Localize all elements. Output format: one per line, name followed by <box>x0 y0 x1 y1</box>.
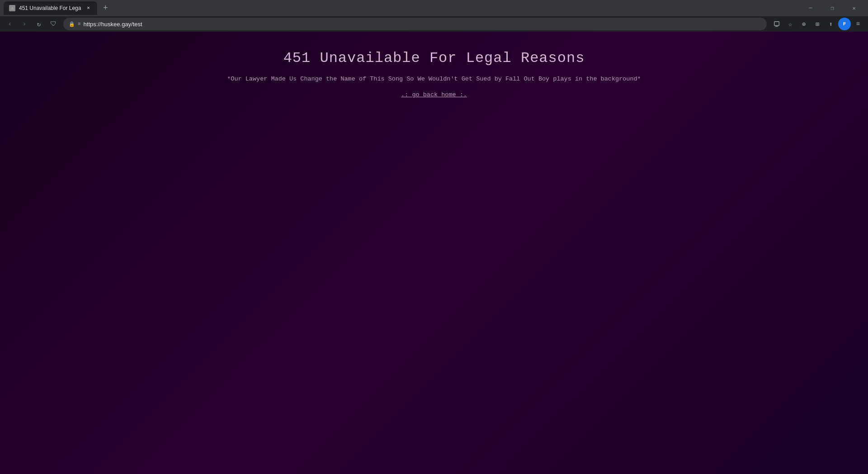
restore-button[interactable]: ❐ <box>822 2 843 14</box>
svg-rect-2 <box>775 26 778 27</box>
back-button[interactable]: ‹ <box>4 18 16 30</box>
error-heading: 451 Unavailable For Legal Reasons <box>283 50 585 66</box>
minimize-button[interactable]: — <box>800 2 821 14</box>
tracking-icon: ≡ <box>78 21 81 27</box>
tab-close-button[interactable]: × <box>85 5 92 12</box>
url-display: https://huskee.gay/test <box>84 21 761 28</box>
window-controls: — ❐ ✕ <box>800 2 864 14</box>
forward-button[interactable]: › <box>18 18 31 30</box>
tab-favicon: ⚠ <box>9 5 15 11</box>
screenshot-button[interactable] <box>770 18 783 30</box>
go-home-link[interactable]: .: go back home :. <box>401 91 467 98</box>
new-tab-button[interactable]: + <box>99 2 112 14</box>
active-tab[interactable]: ⚠ 451 Unavailable For Lega × <box>4 1 97 15</box>
window-close-button[interactable]: ✕ <box>844 2 864 14</box>
share-button[interactable]: ⬆ <box>825 18 837 30</box>
lock-icon: 🔒 <box>69 21 75 27</box>
refresh-button[interactable]: ↻ <box>33 18 45 30</box>
tab-title: 451 Unavailable For Lega <box>19 5 81 11</box>
nav-right-icons: ☆ ⊕ ⊞ ⬆ F ≡ <box>770 18 864 30</box>
tab-bar: ⚠ 451 Unavailable For Lega × + — ❐ ✕ <box>0 0 868 16</box>
menu-button[interactable]: ≡ <box>852 18 864 30</box>
bookmark-button[interactable]: ☆ <box>784 18 797 30</box>
address-bar[interactable]: 🔒 ≡ https://huskee.gay/test <box>63 18 767 30</box>
history-button[interactable]: ⊕ <box>797 18 810 30</box>
nav-bar: ‹ › ↻ 🛡 🔒 ≡ https://huskee.gay/test ☆ ⊕ … <box>0 16 868 32</box>
svg-rect-0 <box>774 22 779 26</box>
page-content: 451 Unavailable For Legal Reasons *Our L… <box>0 32 868 474</box>
extensions-button[interactable]: ⊞ <box>811 18 824 30</box>
profile-button[interactable]: F <box>838 18 851 30</box>
error-subtitle: *Our Lawyer Made Us Change the Name of T… <box>227 76 641 82</box>
browser-chrome: ⚠ 451 Unavailable For Lega × + — ❐ ✕ ‹ ›… <box>0 0 868 32</box>
shield-button[interactable]: 🛡 <box>47 18 60 30</box>
